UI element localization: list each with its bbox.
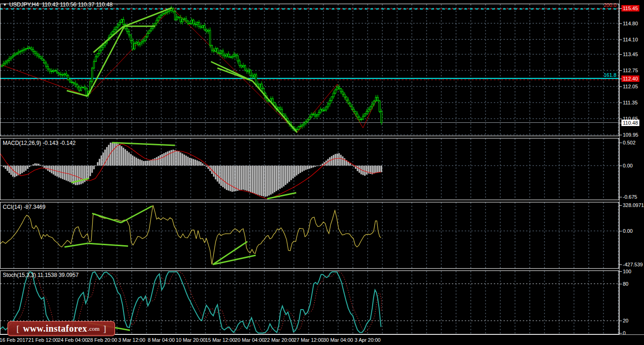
main-chart-panel[interactable]: 200.0161.8	[0, 0, 619, 137]
logo-suffix: .com	[88, 325, 100, 333]
chevron-down-icon[interactable]: ▼	[3, 2, 7, 7]
stoch-axis-20: 20	[623, 317, 628, 324]
axis-tick	[620, 70, 622, 71]
price-label-115.45: 115.45	[621, 5, 639, 12]
time-label: 27 Mar 12:00	[294, 337, 324, 343]
fibo-200-label: 200.0	[603, 2, 616, 8]
time-label: 3 Mar 12:00	[118, 337, 146, 343]
axis-tick	[620, 271, 622, 272]
fibo-161-label: 161.8	[603, 72, 616, 78]
panel-border	[0, 138, 619, 200]
logo-bracket-left: [	[13, 324, 23, 334]
price-label-111.35: 111.35	[623, 99, 638, 106]
time-label: 20 Mar 04:00	[235, 337, 265, 343]
price-label-114.10: 114.10	[623, 36, 638, 43]
macd-label: MACD(12,26,9) -0.143 -0.142	[3, 140, 76, 146]
cci-axis-0.00: 0.00	[623, 228, 632, 234]
axis-tick	[620, 40, 622, 40]
time-label: 30 Mar 04:00	[323, 337, 353, 343]
price-label-113.45: 113.45	[623, 51, 638, 58]
time-label: 3 Apr 20:00	[355, 337, 381, 343]
axis-tick	[620, 123, 622, 123]
macd-panel[interactable]	[0, 138, 619, 200]
axis-tick	[620, 54, 622, 55]
cci-label: CCI(14) -87.3469	[3, 204, 46, 210]
macd-axis-0.502: 0.502	[623, 139, 636, 146]
time-label: 15 Mar 12:00	[205, 337, 235, 343]
axis-tick	[620, 166, 622, 166]
axis-tick	[620, 79, 622, 79]
axis-tick	[620, 135, 622, 135]
candlesticks	[1, 6, 382, 132]
axis-tick	[620, 86, 622, 87]
instaforex-logo: [ www.instaforex .com ]	[7, 321, 115, 336]
logo-text: www.instaforex	[23, 323, 87, 334]
price-label-112.40: 112.40	[621, 75, 639, 82]
main-chart-svg: 200.0161.8	[0, 0, 619, 137]
macd-axis--0.675: -0.675	[623, 194, 637, 200]
time-label: 24 Feb 04:00	[58, 337, 88, 343]
axis-tick	[620, 197, 622, 197]
axis-tick	[620, 23, 622, 24]
time-label: 22 Mar 20:00	[264, 337, 294, 343]
chart-window: 200.0161.8 ▼USDJPY,H4 110.42 110.56 110.…	[0, 0, 644, 345]
stoch-label: Stoch(15,3,3) 11.1538 39.0957	[3, 272, 79, 278]
macd-histogram	[1, 143, 382, 197]
axis-tick	[620, 284, 622, 284]
macd-svg	[0, 138, 619, 200]
axis-tick	[620, 103, 622, 103]
price-label-110.48: 110.48	[621, 120, 639, 126]
symbol-quote-label: USDJPY,H4 110.42 110.56 110.37 110.48	[9, 1, 112, 8]
time-label: 8 Mar 04:00	[148, 337, 175, 343]
gridlines	[0, 138, 619, 200]
time-label: 21 Feb 12:00	[29, 337, 59, 343]
axis-tick	[620, 8, 622, 9]
price-label-114.80: 114.80	[623, 20, 638, 27]
chart-title: ▼USDJPY,H4 110.42 110.56 110.37 110.48	[3, 1, 112, 8]
axis-tick	[620, 143, 622, 143]
price-axis[interactable]: 115.45114.80114.10113.45112.75112.40112.…	[620, 0, 644, 335]
axis-tick	[620, 333, 622, 334]
stoch-axis-100: 100	[623, 268, 631, 275]
price-label-112.75: 112.75	[623, 67, 638, 74]
cci-svg	[0, 202, 619, 269]
stoch-axis-80: 80	[623, 281, 628, 287]
axis-tick	[620, 205, 622, 206]
price-label-112.05: 112.05	[623, 83, 638, 90]
gridlines	[0, 202, 619, 268]
time-label: 10 Mar 20:00	[176, 337, 206, 343]
axis-tick	[620, 231, 622, 231]
cci-axis--427.539: -427.539	[623, 261, 643, 268]
logo-bracket-right: ]	[100, 324, 110, 334]
cci-panel[interactable]	[0, 202, 619, 269]
panel-border	[0, 202, 619, 269]
axis-tick	[620, 264, 622, 265]
axis-tick	[620, 321, 622, 321]
time-label: 16 Feb 2017	[0, 337, 28, 343]
macd-axis-0.00: 0.00	[623, 162, 632, 169]
cci-axis-328.0971: 328.0971	[623, 202, 644, 208]
price-label-109.95: 109.95	[623, 132, 638, 138]
time-label: 28 Feb 20:00	[88, 337, 117, 343]
